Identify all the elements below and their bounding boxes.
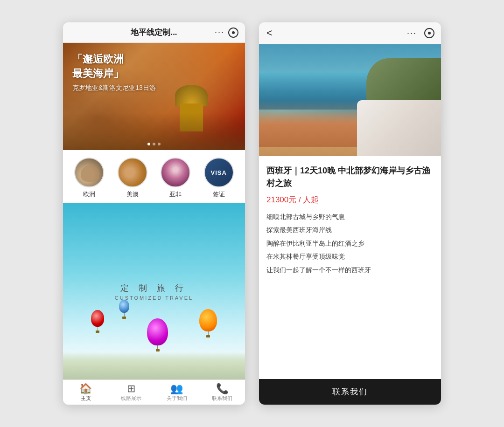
bottom-nav: 🏠 主页 ⊞ 线路展示 👥 关于我们 📞 联系我们 bbox=[63, 379, 245, 405]
left-header-title: 地平线定制... bbox=[131, 27, 177, 38]
bullet-5: 让我们一起了解一个不一样的西班牙 bbox=[266, 265, 434, 275]
hero-dot-2 bbox=[153, 143, 155, 145]
europe-label: 欧洲 bbox=[83, 190, 95, 199]
detail-title: 西班牙｜12天10晚 中北部梦幻海岸与乡古渔村之旅 bbox=[266, 165, 434, 190]
balloon-string-2 bbox=[157, 345, 158, 349]
header-dots-left: ··· bbox=[215, 28, 224, 37]
nav-contact-label: 联系我们 bbox=[212, 395, 232, 402]
visa-text: VISA bbox=[211, 169, 227, 176]
detail-bullets: 细嗅北部古城与乡野的气息 探索最美西班牙海岸线 陶醉在伊比利亚半岛上的红酒之乡 … bbox=[266, 212, 434, 275]
dome-top bbox=[175, 85, 208, 106]
hero-subtitle: 克罗地亚&斯洛文尼亚13日游 bbox=[72, 84, 156, 92]
hero-dot-1 bbox=[147, 143, 150, 145]
left-phone: 地平线定制... ··· 「邂逅欧洲 最美海岸」 克罗地亚&斯洛文尼亚13日游 bbox=[63, 22, 245, 405]
bullet-3: 陶醉在伊比利亚半岛上的红酒之乡 bbox=[266, 238, 434, 248]
nav-about[interactable]: 👥 关于我们 bbox=[154, 380, 200, 405]
usa-label: 美澳 bbox=[126, 190, 139, 199]
balloon-string-1 bbox=[98, 327, 98, 331]
balloon-body-1 bbox=[91, 310, 104, 327]
nav-home[interactable]: 🏠 主页 bbox=[63, 380, 109, 405]
balloon-basket-4 bbox=[122, 317, 126, 319]
asia-label: 亚非 bbox=[169, 190, 182, 199]
visa-label: 签证 bbox=[213, 190, 225, 199]
balloon-string-4 bbox=[124, 313, 125, 317]
nav-about-label: 关于我们 bbox=[167, 395, 187, 402]
hero-dot-3 bbox=[158, 143, 161, 145]
back-button[interactable]: < bbox=[266, 27, 273, 39]
home-icon: 🏠 bbox=[79, 384, 92, 394]
category-usa[interactable]: 美澳 bbox=[118, 158, 147, 199]
balloon-basket-2 bbox=[156, 349, 160, 351]
detail-white-buildings bbox=[357, 100, 441, 156]
target-icon-left[interactable] bbox=[228, 28, 238, 38]
contact-btn-bar[interactable]: 联系我们 bbox=[259, 379, 441, 405]
bullet-2: 探索最美西班牙海岸线 bbox=[266, 225, 434, 235]
phone-icon: 📞 bbox=[216, 384, 229, 394]
custom-banner[interactable]: 定 制 旅 行 CUSTOMIZED TRAVEL bbox=[63, 203, 245, 379]
hero-quote-line2: 最美海岸」 bbox=[72, 67, 156, 81]
hero-quote-line1: 「邂逅欧洲 bbox=[72, 52, 156, 67]
header-dots-right: ··· bbox=[407, 28, 417, 38]
balloon-4 bbox=[119, 300, 129, 319]
people-icon: 👥 bbox=[170, 384, 183, 394]
contact-button[interactable]: 联系我们 bbox=[266, 386, 434, 397]
grid-icon: ⊞ bbox=[127, 384, 135, 394]
banner-ground bbox=[63, 351, 245, 379]
hero-indicator-dots bbox=[147, 143, 161, 145]
left-header: 地平线定制... ··· bbox=[63, 22, 245, 43]
nav-routes-label: 线路展示 bbox=[121, 395, 141, 402]
detail-price: 21300元 / 人起 bbox=[266, 194, 434, 205]
europe-icon bbox=[74, 158, 104, 187]
banner-cn-text: 定 制 旅 行 bbox=[115, 282, 193, 294]
category-europe[interactable]: 欧洲 bbox=[74, 158, 104, 199]
right-header: < ··· bbox=[259, 22, 441, 44]
detail-content: 西班牙｜12天10晚 中北部梦幻海岸与乡古渔村之旅 21300元 / 人起 细嗅… bbox=[259, 156, 441, 379]
balloon-basket-1 bbox=[96, 331, 99, 333]
balloon-string-3 bbox=[208, 331, 209, 335]
asia-icon bbox=[161, 158, 190, 187]
bullet-1: 细嗅北部古城与乡野的气息 bbox=[266, 212, 434, 222]
banner-en-text: CUSTOMIZED TRAVEL bbox=[115, 295, 193, 301]
target-icon-right[interactable] bbox=[424, 28, 434, 38]
hero-text: 「邂逅欧洲 最美海岸」 克罗地亚&斯洛文尼亚13日游 bbox=[72, 52, 156, 92]
bullet-4: 在米其林餐厅享受顶级味觉 bbox=[266, 251, 434, 262]
nav-contact[interactable]: 📞 联系我们 bbox=[200, 380, 245, 405]
detail-hero-image bbox=[259, 44, 441, 156]
balloon-2 bbox=[147, 318, 168, 351]
banner-text: 定 制 旅 行 CUSTOMIZED TRAVEL bbox=[115, 282, 193, 301]
category-visa[interactable]: VISA 签证 bbox=[204, 158, 234, 199]
category-asia[interactable]: 亚非 bbox=[161, 158, 190, 199]
balloon-basket-3 bbox=[206, 335, 210, 337]
usa-icon bbox=[118, 158, 147, 187]
visa-icon: VISA bbox=[204, 158, 234, 187]
balloon-body-3 bbox=[199, 309, 217, 331]
hero-banner: 「邂逅欧洲 最美海岸」 克罗地亚&斯洛文尼亚13日游 bbox=[63, 43, 245, 150]
balloon-body-4 bbox=[119, 300, 129, 313]
categories-row: 欧洲 美澳 亚非 VISA 签证 bbox=[63, 150, 245, 203]
balloon-3 bbox=[199, 309, 217, 337]
right-phone: < ··· 西班牙｜12天10晚 中北部梦幻海岸与乡古渔村之旅 21300元 /… bbox=[259, 22, 441, 405]
nav-home-label: 主页 bbox=[81, 395, 91, 402]
balloon-body-2 bbox=[147, 318, 168, 345]
balloon-1 bbox=[91, 310, 104, 333]
nav-routes[interactable]: ⊞ 线路展示 bbox=[109, 380, 154, 405]
